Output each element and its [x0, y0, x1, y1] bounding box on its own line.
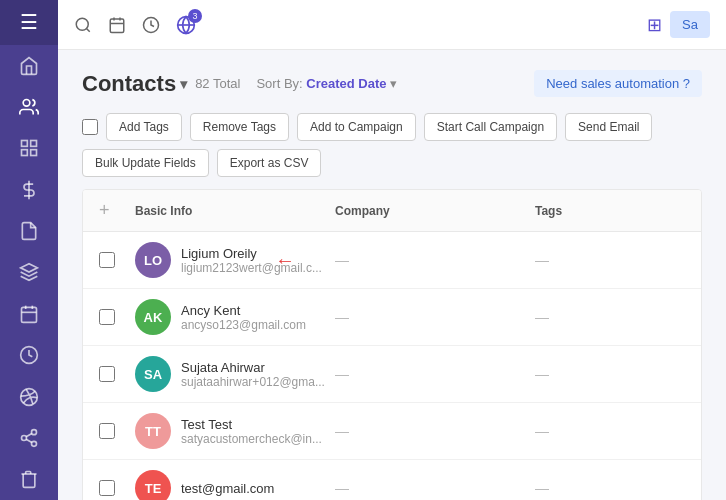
- sidebar-item-home[interactable]: [0, 45, 58, 86]
- tags-cell: —: [535, 366, 685, 382]
- company-column-header: Company: [335, 204, 535, 218]
- company-cell: —: [335, 423, 535, 439]
- contact-name: Ancy Kent: [181, 303, 306, 318]
- table-row[interactable]: SA Sujata Ahirwar sujataahirwar+012@gma.…: [83, 346, 701, 403]
- tags-cell: —: [535, 252, 685, 268]
- row-checkbox[interactable]: [99, 309, 115, 325]
- table-row[interactable]: TE test@gmail.com — —: [83, 460, 701, 500]
- svg-point-14: [32, 441, 37, 446]
- table-row[interactable]: AK Ancy Kent ancyso123@gmail.com — —: [83, 289, 701, 346]
- sidebar-item-integrations[interactable]: [0, 417, 58, 458]
- table-row[interactable]: LO Ligium Oreily ligium2123wert@gmail.c.…: [83, 232, 701, 289]
- row-checkbox[interactable]: [99, 423, 115, 439]
- contact-email: ligium2123wert@gmail.c...: [181, 261, 322, 275]
- sidebar-menu-toggle[interactable]: ☰: [0, 0, 58, 45]
- select-all-checkbox[interactable]: [82, 119, 98, 135]
- contact-email: ancyso123@gmail.com: [181, 318, 306, 332]
- sidebar-item-reports[interactable]: [0, 128, 58, 169]
- search-icon[interactable]: [74, 16, 92, 34]
- contact-cell: SA Sujata Ahirwar sujataahirwar+012@gma.…: [135, 356, 335, 392]
- export-csv-button[interactable]: Export as CSV: [217, 149, 322, 177]
- notification-badge: 3: [188, 9, 202, 23]
- send-email-button[interactable]: Send Email: [565, 113, 652, 141]
- tags-cell: —: [535, 423, 685, 439]
- basic-info-column-header: Basic Info: [135, 204, 335, 218]
- sidebar-item-layers[interactable]: [0, 252, 58, 293]
- row-checkbox[interactable]: [99, 480, 115, 496]
- sidebar-item-documents[interactable]: [0, 210, 58, 251]
- start-call-campaign-button[interactable]: Start Call Campaign: [424, 113, 557, 141]
- remove-tags-button[interactable]: Remove Tags: [190, 113, 289, 141]
- svg-marker-6: [21, 264, 38, 272]
- contacts-toolbar: Add Tags Remove Tags Add to Campaign Sta…: [82, 113, 702, 177]
- svg-rect-19: [110, 19, 124, 33]
- contact-info: Ligium Oreily ligium2123wert@gmail.c...: [181, 246, 322, 275]
- title-chevron-icon[interactable]: ▾: [180, 76, 187, 92]
- sort-by-label: Sort By: Created Date ▾: [256, 76, 397, 91]
- table-body: LO Ligium Oreily ligium2123wert@gmail.c.…: [83, 232, 701, 500]
- contact-info: Sujata Ahirwar sujataahirwar+012@gma...: [181, 360, 325, 389]
- contact-cell: AK Ancy Kent ancyso123@gmail.com: [135, 299, 335, 335]
- contact-name: Test Test: [181, 417, 322, 432]
- table-row[interactable]: TT Test Test satyacustomercheck@in... — …: [83, 403, 701, 460]
- sidebar-item-tasks[interactable]: [0, 334, 58, 375]
- contacts-total: 82 Total: [195, 76, 240, 91]
- clock-nav-icon[interactable]: [142, 16, 160, 34]
- sa-button[interactable]: Sa: [670, 11, 710, 38]
- contact-cell: TT Test Test satyacustomercheck@in...: [135, 413, 335, 449]
- sidebar: ☰: [0, 0, 58, 500]
- tags-cell: —: [535, 309, 685, 325]
- calendar-nav-icon[interactable]: [108, 16, 126, 34]
- svg-rect-4: [22, 150, 28, 156]
- avatar: AK: [135, 299, 171, 335]
- main-content: 3 ⊞ Sa Contacts ▾ 82 Total Sort By: Crea…: [58, 0, 726, 500]
- sidebar-item-sales[interactable]: [0, 169, 58, 210]
- add-column-icon[interactable]: +: [99, 200, 135, 221]
- page-content: Contacts ▾ 82 Total Sort By: Created Dat…: [58, 50, 726, 500]
- sidebar-item-calendar[interactable]: [0, 293, 58, 334]
- contacts-table: + Basic Info Company Tags LO Ligium Orei…: [82, 189, 702, 500]
- svg-point-17: [76, 18, 88, 30]
- contact-info: Ancy Kent ancyso123@gmail.com: [181, 303, 306, 332]
- sidebar-item-circle[interactable]: [0, 376, 58, 417]
- svg-rect-3: [31, 150, 37, 156]
- sort-value[interactable]: Created Date: [306, 76, 386, 91]
- contact-cell: TE test@gmail.com: [135, 470, 335, 500]
- row-checkbox[interactable]: [99, 366, 115, 382]
- avatar: TT: [135, 413, 171, 449]
- svg-rect-2: [31, 141, 37, 147]
- contacts-header: Contacts ▾ 82 Total Sort By: Created Dat…: [82, 70, 702, 97]
- bulk-update-fields-button[interactable]: Bulk Update Fields: [82, 149, 209, 177]
- contact-email: sujataahirwar+012@gma...: [181, 375, 325, 389]
- add-to-campaign-button[interactable]: Add to Campaign: [297, 113, 416, 141]
- contact-name: Sujata Ahirwar: [181, 360, 325, 375]
- row-checkbox[interactable]: [99, 252, 115, 268]
- tags-cell: —: [535, 480, 685, 496]
- company-cell: —: [335, 480, 535, 496]
- contact-info: Test Test satyacustomercheck@in...: [181, 417, 322, 446]
- table-header: + Basic Info Company Tags: [83, 190, 701, 232]
- top-navigation: 3 ⊞ Sa: [58, 0, 726, 50]
- contact-info: test@gmail.com: [181, 481, 274, 496]
- avatar: TE: [135, 470, 171, 500]
- svg-line-18: [86, 28, 89, 31]
- notifications-icon[interactable]: 3: [176, 15, 196, 35]
- svg-point-13: [22, 435, 27, 440]
- avatar: LO: [135, 242, 171, 278]
- hamburger-icon: ☰: [20, 10, 38, 34]
- svg-point-0: [23, 100, 30, 107]
- company-cell: —: [335, 366, 535, 382]
- contact-name: test@gmail.com: [181, 481, 274, 496]
- add-tags-button[interactable]: Add Tags: [106, 113, 182, 141]
- contact-email: satyacustomercheck@in...: [181, 432, 322, 446]
- avatar: SA: [135, 356, 171, 392]
- page-title: Contacts ▾: [82, 71, 187, 97]
- sidebar-item-contacts[interactable]: [0, 86, 58, 127]
- svg-line-15: [26, 439, 32, 442]
- sidebar-item-trash[interactable]: [0, 459, 58, 500]
- top-nav-right: ⊞ Sa: [647, 11, 710, 38]
- grid-view-icon[interactable]: ⊞: [647, 14, 662, 36]
- need-sales-automation-button[interactable]: Need sales automation ?: [534, 70, 702, 97]
- svg-rect-7: [22, 307, 37, 322]
- sort-chevron-icon[interactable]: ▾: [390, 76, 397, 91]
